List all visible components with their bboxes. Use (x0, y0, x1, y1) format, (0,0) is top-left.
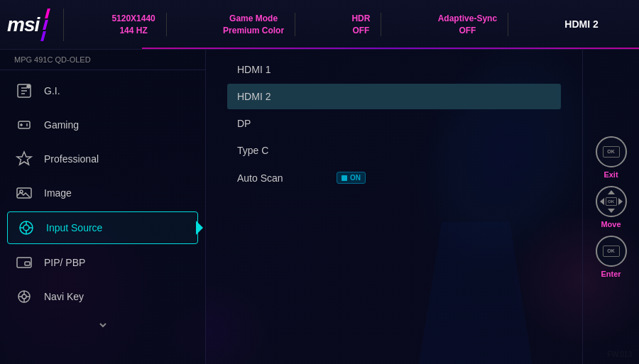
move-circle: OK (596, 186, 627, 217)
hdr-value: OFF (352, 25, 369, 37)
typec-label: Type C (237, 145, 322, 156)
option-hdmi2[interactable]: HDMI 2 (227, 84, 561, 109)
hdr-item: HDR OFF (341, 13, 381, 37)
monitor-label: MPG 491C QD-OLED (0, 50, 205, 70)
enter-inner: OK (603, 246, 620, 257)
options-list: HDMI 1 HDMI 2 DP Type C Auto Scan ON (227, 57, 561, 191)
menu-items: G.I. Gaming (0, 70, 205, 364)
exit-inner-text: OK (607, 149, 615, 154)
enter-label: Enter (601, 270, 621, 278)
autoscan-label: Auto Scan (237, 172, 322, 184)
sidebar-item-professional[interactable]: Professional (0, 142, 205, 176)
top-highlight (142, 48, 639, 49)
dp-label: DP (237, 118, 322, 129)
msi-logo-slash (42, 9, 49, 41)
pip-svg (16, 254, 33, 271)
sidebar-item-input-source[interactable]: Input Source (7, 211, 198, 244)
option-dp[interactable]: DP (227, 111, 561, 136)
navi-key-label: Navi Key (44, 291, 84, 302)
exit-label: Exit (604, 170, 618, 179)
image-label: Image (44, 187, 72, 199)
hdmi1-label: HDMI 1 (237, 64, 322, 75)
enter-inner-text: OK (607, 248, 615, 253)
top-bar: msi 5120X1440 144 HZ Game Mode Premium C… (0, 0, 639, 50)
exit-inner: OK (603, 146, 620, 158)
hdmi2-label: HDMI 2 (237, 91, 322, 102)
msi-logo: msi (7, 9, 64, 41)
option-typec[interactable]: Type C (227, 138, 561, 163)
input-source-svg (18, 219, 35, 236)
input-source-label: Input Source (46, 222, 102, 233)
professional-svg (16, 150, 33, 167)
chevron-down-icon (97, 319, 109, 331)
resolution-item: 5120X1440 144 HZ (101, 13, 166, 37)
image-svg (16, 184, 33, 202)
image-icon (14, 183, 34, 203)
move-inner-text: OK (608, 199, 614, 204)
exit-button[interactable]: OK Exit (596, 136, 627, 179)
arrow-left-icon (600, 198, 604, 205)
left-panel: MPG 491C QD-OLED G.I. (0, 50, 206, 364)
pip-pbp-label: PIP/ PBP (44, 257, 85, 268)
input-display-text: HDMI 2 (564, 18, 598, 32)
option-hdmi1[interactable]: HDMI 1 (227, 57, 561, 82)
arrow-right-icon (618, 198, 623, 205)
navi-key-icon (14, 287, 34, 307)
sidebar-item-image[interactable]: Image (0, 176, 205, 210)
gaming-icon (14, 115, 34, 135)
professional-icon (14, 149, 34, 169)
move-inner: OK (606, 197, 617, 206)
adaptive-value: OFF (459, 25, 476, 37)
game-mode-item: Game Mode Premium Color (212, 13, 295, 37)
autoscan-toggle[interactable]: ON (337, 172, 366, 184)
gaming-label: Gaming (44, 119, 79, 131)
adaptive-sync-item: Adaptive-Sync OFF (427, 13, 508, 37)
sidebar-item-navi-key[interactable]: Navi Key (0, 280, 205, 314)
svg-point-13 (22, 294, 26, 299)
gi-icon (14, 81, 34, 101)
sidebar-item-gi[interactable]: G.I. (0, 74, 205, 108)
professional-label: Professional (44, 153, 99, 165)
input-source-icon (16, 218, 36, 238)
gi-label: G.I. (44, 85, 60, 96)
hdr-label: HDR (351, 13, 370, 25)
svg-point-1 (27, 85, 30, 88)
pip-pbp-icon (14, 253, 34, 272)
exit-circle: OK (596, 136, 627, 167)
move-button[interactable]: OK Move (596, 186, 627, 228)
enter-button[interactable]: OK Enter (596, 236, 627, 278)
msi-logo-text: msi (7, 13, 39, 36)
gi-svg (16, 82, 33, 99)
game-mode-label: Game Mode (229, 13, 278, 25)
svg-rect-10 (17, 258, 31, 268)
arrow-up-icon (608, 190, 615, 194)
toggle-text: ON (350, 174, 361, 182)
option-autoscan[interactable]: Auto Scan ON (227, 165, 561, 191)
slash-3 (40, 31, 46, 41)
right-panel: HDMI 1 HDMI 2 DP Type C Auto Scan ON (206, 50, 582, 364)
slash-2 (43, 20, 48, 30)
navi-svg (16, 288, 33, 305)
enter-circle: OK (596, 236, 627, 267)
input-display-item: HDMI 2 (554, 18, 608, 32)
gaming-svg (16, 116, 33, 133)
refresh-text: 144 HZ (119, 25, 147, 37)
menu-scroll-down[interactable] (0, 314, 205, 336)
sidebar-item-pip-pbp[interactable]: PIP/ PBP (0, 246, 205, 280)
side-controls: OK Exit OK Move (582, 50, 639, 364)
slash-1 (45, 9, 50, 18)
toggle-indicator (342, 175, 347, 181)
arrow-down-icon (608, 209, 615, 213)
resolution-text: 5120X1440 (111, 13, 155, 25)
premium-color-label: Premium Color (223, 25, 284, 37)
sidebar-item-gaming[interactable]: Gaming (0, 108, 205, 142)
adaptive-label: Adaptive-Sync (438, 13, 497, 25)
move-label: Move (601, 220, 621, 228)
svg-rect-11 (25, 262, 30, 265)
svg-point-5 (23, 225, 29, 231)
content-area: MPG 491C QD-OLED G.I. (0, 50, 639, 364)
top-bar-items: 5120X1440 144 HZ Game Mode Premium Color… (78, 13, 632, 37)
